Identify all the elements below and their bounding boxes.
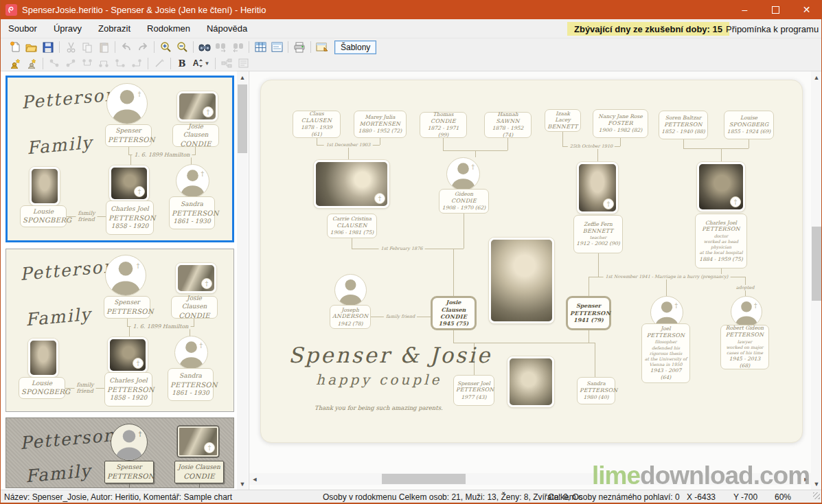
relation-label: familyfriend	[76, 210, 98, 222]
person-box-zeffie[interactable]: Zeffie FernBENNETTteacher1912 - 2002 (90…	[573, 215, 623, 253]
connector-line	[129, 483, 130, 488]
font-size-icon[interactable]: A ▼	[190, 56, 212, 71]
scroll-up-icon[interactable]: ▲	[237, 71, 248, 83]
deceased-cross-icon: †	[204, 442, 215, 453]
add-person-alt-icon[interactable]	[23, 56, 40, 71]
person-box-carrie[interactable]: Carrie CristinaCLAUSEN1906 - 1981 (75)	[327, 214, 377, 238]
scrollbar-thumb[interactable]	[238, 84, 247, 153]
bold-icon[interactable]: B	[174, 56, 190, 71]
person-box-spenser[interactable]: SpenserPETTERSON1941 (79)	[566, 296, 611, 330]
template-title-line2: Family	[25, 304, 93, 330]
adopted-label: adopted	[734, 285, 757, 290]
minimize-button[interactable]: –	[729, 0, 760, 19]
template-preview-1[interactable]: Petterson Family † SpenserPETTERSON † Jo…	[5, 76, 234, 242]
status-people-info: Osoby v rodokmenu Celkem osob: 21, Muži:…	[323, 492, 680, 502]
person-box-marey[interactable]: Marey JuliaMORTENSEN1880 - 1952 (72)	[354, 111, 407, 138]
marriage-label: 1st November 1941 - Marriage in a hurry …	[604, 274, 731, 279]
children-photo[interactable]	[507, 356, 554, 407]
person-box-charles[interactable]: Charles JoelPETTERSON1858 - 1920	[104, 372, 152, 406]
person-silhouette-joseph[interactable]	[334, 274, 367, 306]
chart-canvas[interactable]: ClausCLAUSEN1878 - 1939 (61) Marey Julia…	[249, 71, 811, 490]
person-silhouette: †	[106, 83, 148, 124]
person-box-charles[interactable]: Charles JoelPETTERSON1858 - 1920	[106, 201, 154, 235]
form-icon[interactable]	[269, 40, 285, 54]
scrollbar-thumb[interactable]	[812, 227, 821, 301]
person-box-claus[interactable]: ClausCLAUSEN1878 - 1939 (61)	[293, 111, 341, 138]
person-box-josie[interactable]: Josie ClausenCONDIE	[174, 461, 224, 483]
scroll-left-icon[interactable]: ◄	[249, 473, 260, 485]
menu-zobrazit[interactable]: Zobrazit	[90, 23, 139, 34]
person-box-joel[interactable]: JoelPETTERSONfilosopherdefended hisrigor…	[641, 323, 690, 383]
person-box-sandra[interactable]: SandraPETTERSON1861 - 1930	[169, 196, 215, 229]
person-box-robert[interactable]: Robert GideonPETTERSONlawyerworked on ma…	[720, 325, 769, 369]
find-icon[interactable]	[196, 40, 213, 54]
properties-icon[interactable]	[314, 40, 330, 54]
deceased-cross-icon: †	[374, 193, 385, 204]
person-box-joseph[interactable]: JosephANDERSON1942 (78)	[330, 305, 371, 329]
zoom-in-icon[interactable]	[157, 40, 174, 54]
person-box-soren[interactable]: Soren BaltzarPETTERSON1852 - 1940 (88)	[659, 111, 708, 139]
person-silhouette: †	[105, 255, 146, 296]
menu-soubor[interactable]: Soubor	[0, 23, 45, 34]
program-reminder-link[interactable]: Připomínka k programu	[726, 22, 819, 36]
add-person-icon[interactable]	[7, 56, 23, 71]
maximize-button[interactable]	[760, 0, 791, 19]
sidebar-scrollbar[interactable]: ▲ ▼	[237, 71, 248, 490]
person-box-spenser[interactable]: SpenserPETTERSON	[104, 461, 154, 483]
save-icon[interactable]	[40, 40, 56, 54]
menu-napoveda[interactable]: Nápověda	[198, 23, 255, 34]
relation-icon-2	[62, 56, 79, 71]
open-folder-icon[interactable]	[23, 40, 40, 54]
person-box-izaak[interactable]: Izaak LaceyBENNETT	[545, 109, 581, 132]
draw-line-icon	[151, 56, 168, 71]
person-box-nancy[interactable]: Nancy Jane RoseFOSTER1900 - 1982 (82)	[593, 109, 648, 138]
person-photo-charles[interactable]: †	[697, 162, 745, 211]
status-x-coordinate: X -6433	[687, 492, 716, 502]
person-box-sandra[interactable]: SandraPETTERSON1861 - 1930	[168, 368, 214, 401]
person-box-charles[interactable]: Charles JoelPETTERSONdoctorworked as hea…	[695, 214, 747, 268]
new-document-icon[interactable]	[7, 40, 23, 54]
templates-button[interactable]: Šablony	[334, 41, 376, 54]
scrollbar-thumb[interactable]	[382, 474, 466, 484]
redo-icon	[135, 40, 151, 54]
print-icon[interactable]	[291, 40, 308, 54]
couple-photo[interactable]	[489, 238, 554, 323]
connector-line	[195, 147, 196, 154]
person-silhouette-robert[interactable]: †	[731, 296, 762, 328]
marriage-label: 25th October 1910	[568, 144, 615, 149]
zoom-out-icon[interactable]	[174, 40, 190, 54]
marriage-label: 1. 6. 1899 Hamilton	[131, 323, 191, 330]
scroll-down-icon[interactable]: ▼	[237, 478, 248, 490]
person-box-josie[interactable]: Josie ClausenCONDIE	[172, 124, 219, 147]
menu-upravy[interactable]: Úpravy	[45, 23, 90, 34]
person-box-spenser[interactable]: SpenserPETTERSON	[105, 124, 152, 147]
person-box-lousie[interactable]: LousieSPONGBERG	[20, 205, 67, 227]
person-photo-zeffie[interactable]: †	[577, 162, 618, 214]
person-box-louise[interactable]: LouiseSPONGBERG1855 - 1924 (69)	[724, 111, 774, 139]
connector-line	[598, 253, 599, 277]
resize-grip[interactable]	[813, 492, 820, 499]
person-box-lousie[interactable]: LousieSPONGBERG	[19, 377, 65, 399]
table-icon[interactable]	[252, 40, 269, 54]
template-preview-2[interactable]: Petterson Family † SpenserPETTERSON † Jo…	[5, 249, 234, 412]
template-preview-3[interactable]: Petterson Family † SpenserPETTERSON † Jo…	[5, 417, 234, 488]
person-photo-carrie[interactable]: †	[314, 160, 389, 208]
person-box-spenser[interactable]: SpenserPETTERSON	[104, 296, 150, 319]
menu-bar: Soubor Úpravy Zobrazit Rodokmen Nápověda…	[0, 19, 822, 38]
close-button[interactable]: ✕	[791, 0, 822, 19]
person-box-hannah[interactable]: HannahSAWNN1878 - 1952 (74)	[484, 112, 532, 138]
person-box-gideon[interactable]: GideonCONDIE1908 - 1970 (62)	[439, 189, 489, 214]
scroll-down-icon[interactable]: ▼	[811, 478, 822, 490]
person-silhouette-gideon[interactable]: †	[446, 157, 480, 191]
person-box-spenser-joel[interactable]: Spenser JoelPETTERSON1977 (43)	[453, 375, 494, 406]
person-box-josie[interactable]: Josie ClausenCONDIE1945 (75)	[431, 296, 477, 330]
relation-label: familyfriend	[75, 382, 96, 394]
relation-label: family friend	[384, 314, 417, 319]
person-box-thomas[interactable]: ThomasCONDIE1872 - 1971 (99)	[420, 112, 467, 138]
person-box-josie[interactable]: Josie ClausenCONDIE	[171, 296, 218, 319]
canvas-vscrollbar[interactable]: ▲ ▼	[811, 71, 822, 490]
menu-rodokmen[interactable]: Rodokmen	[139, 23, 198, 34]
deceased-cross-icon: †	[133, 358, 144, 369]
scroll-up-icon[interactable]: ▲	[811, 71, 822, 83]
person-box-sandra[interactable]: SandraPETTERSON1980 (40)	[577, 377, 615, 404]
